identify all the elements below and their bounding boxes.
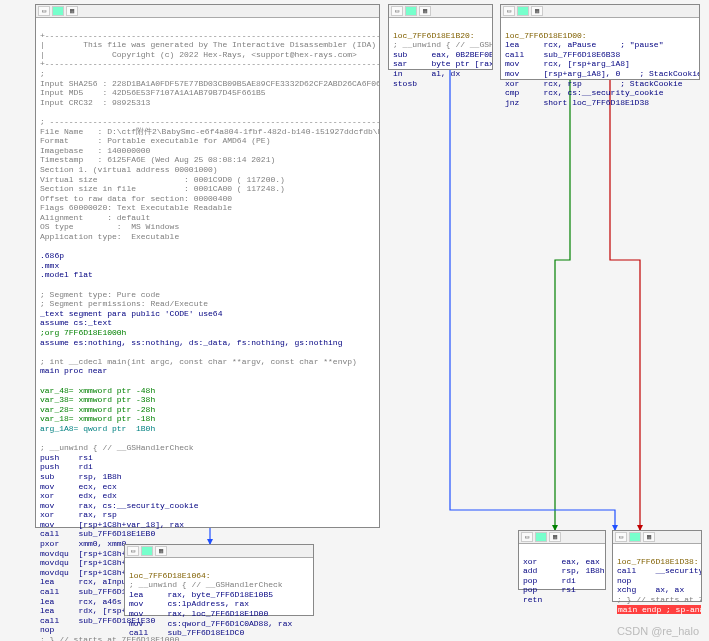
insn: lea rcx, aPause ; "pause" xyxy=(505,40,663,49)
insn: call sub_7FF6D18E1EB0 xyxy=(40,529,155,538)
insn: stosb xyxy=(393,79,417,88)
var-18: var_18= xmmword ptr -18h xyxy=(40,414,155,423)
node-d00-body: loc_7FF6D18E1D00: lea rcx, aPause ; "pau… xyxy=(501,18,699,120)
group-icon[interactable]: ▦ xyxy=(549,532,561,542)
node-b20[interactable]: ▭ ▦ loc_7FF6D18E1B20: ; __unwind { // __… xyxy=(388,4,493,70)
meta-flags: Flags 60000020: Text Executable Readable xyxy=(40,203,232,212)
collapse-icon[interactable]: ▭ xyxy=(127,546,139,556)
insn: nop xyxy=(617,576,631,585)
group-icon[interactable]: ▦ xyxy=(531,6,543,16)
node-titlebar: ▭ ▦ xyxy=(519,531,605,544)
label: loc_7FF6D18E1D38: xyxy=(617,557,699,566)
insn: call sub_7FF6D18E6B38 xyxy=(505,50,620,59)
insn: in al, dx xyxy=(393,69,460,78)
insn: sar byte ptr [rax+40989CC9h], 1 xyxy=(393,59,492,68)
node-b20-body: loc_7FF6D18E1B20: ; __unwind { // __GSHa… xyxy=(389,18,492,101)
node-d38-body: loc_7FF6D18E1D38: call __security_check_… xyxy=(613,544,701,627)
end-brace: ; } // starts at 7FF6D18E1000 xyxy=(617,595,701,604)
var-38: var_38= xmmword ptr -38h xyxy=(40,395,155,404)
collapse-icon[interactable]: ▭ xyxy=(391,6,403,16)
meta-filename: File Name : D:\ctf附件2\BabySmc-e6f4a804-1… xyxy=(40,127,379,136)
collapse-icon[interactable]: ▭ xyxy=(521,532,533,542)
node-d2b[interactable]: ▭ ▦ xor eax, eax add rsp, 1B8h pop rdi p… xyxy=(518,530,606,590)
insn: xor rax, rsp xyxy=(40,510,117,519)
node-d2b-body: xor eax, eax add rsp, 1B8h pop rdi pop r… xyxy=(519,544,605,617)
insn: push rsi xyxy=(40,453,93,462)
meta-rawoff: Offset to raw data for section: 00000400 xyxy=(40,194,232,203)
insn: mov [rsp+1C8h+var_18], rax xyxy=(40,520,184,529)
insn: pop rsi xyxy=(523,585,576,594)
unwind: ; __unwind { // __GSHandlerCheck xyxy=(393,40,492,49)
color-icon[interactable] xyxy=(405,6,417,16)
insn: retn xyxy=(523,595,542,604)
assume1: assume cs:_text xyxy=(40,318,112,327)
var-28: var_28= xmmword ptr -28h xyxy=(40,405,155,414)
node-titlebar: ▭ ▦ xyxy=(36,5,379,18)
collapse-icon[interactable]: ▭ xyxy=(38,6,50,16)
group-icon[interactable]: ▦ xyxy=(66,6,78,16)
insn: mov rax, loc_7FF6D18E1D00 xyxy=(129,609,268,618)
insn: push rdi xyxy=(40,462,93,471)
insn: call sub_7FF6D18E1DC0 xyxy=(129,628,244,637)
insn: xor edx, edx xyxy=(40,491,117,500)
node-titlebar: ▭ ▦ xyxy=(501,5,699,18)
group-icon[interactable]: ▦ xyxy=(643,532,655,542)
insn: mov cs:qword_7FF6D1C0AD88, rax xyxy=(129,619,292,628)
insn: jnz short loc_7FF6D18E1D38 xyxy=(505,98,649,107)
label: loc_7FF6D18E1D00: xyxy=(505,31,587,40)
arg-1a8: arg_1A8= qword ptr 1B0h xyxy=(40,424,155,433)
proc-name: main proc near xyxy=(40,366,107,375)
meta-timestamp: Timestamp : 6125FA6E (Wed Aug 25 08:08:1… xyxy=(40,155,275,164)
meta-ostype: OS type : MS Windows xyxy=(40,222,179,231)
insn: sub rsp, 1B8h xyxy=(40,472,122,481)
label: loc_7FF6D18E1064: xyxy=(129,571,211,580)
seg-perm: ; Segment permissions: Read/Execute xyxy=(40,299,208,308)
color-icon[interactable] xyxy=(535,532,547,542)
meta-vsize: Virtual size : 0001C9D0 ( 117200.) xyxy=(40,175,285,184)
label: loc_7FF6D18E1B20: xyxy=(393,31,475,40)
insn: mov ecx, ecx xyxy=(40,482,117,491)
node-titlebar: ▭ ▦ xyxy=(613,531,701,544)
insn: cmp rcx, cs:__security_cookie xyxy=(505,88,663,97)
unwind: ; __unwind { // __GSHandlerCheck xyxy=(40,443,194,452)
insn: call __security_check_cookie xyxy=(617,566,701,575)
color-icon[interactable] xyxy=(52,6,64,16)
node-titlebar: ▭ ▦ xyxy=(389,5,492,18)
collapse-icon[interactable]: ▭ xyxy=(615,532,627,542)
sp-analysis-failed: main endp ; sp-analysis failed xyxy=(617,605,701,614)
hdr-line: +---------------------------------------… xyxy=(40,31,379,40)
hdr-line: +---------------------------------------… xyxy=(40,59,379,68)
insn: xchg ax, ax xyxy=(617,585,684,594)
node-d00[interactable]: ▭ ▦ loc_7FF6D18E1D00: lea rcx, aPause ; … xyxy=(500,4,700,80)
insn: pop rdi xyxy=(523,576,576,585)
meta-imagebase: Imagebase : 140000000 xyxy=(40,146,150,155)
node-main[interactable]: ▭ ▦ +-----------------------------------… xyxy=(35,4,380,528)
meta-align: Alignment : default xyxy=(40,213,150,222)
insn: mov cs:lpAddress, rax xyxy=(129,599,249,608)
collapse-icon[interactable]: ▭ xyxy=(503,6,515,16)
node-d38[interactable]: ▭ ▦ loc_7FF6D18E1D38: call __security_ch… xyxy=(612,530,702,602)
proto: ; int __cdecl main(int argc, const char … xyxy=(40,357,357,366)
insn: lea rax, byte_7FF6D18E10B5 xyxy=(129,590,273,599)
insn: mov [rsp+arg_1A8], 0 ; StackCookie xyxy=(505,69,699,78)
seg-type: ; Segment type: Pure code xyxy=(40,290,160,299)
node-titlebar: ▭ ▦ xyxy=(125,545,313,558)
meta-apptype: Application type: Executable xyxy=(40,232,179,241)
insn: mov rax, cs:__security_cookie xyxy=(40,501,198,510)
node-1064-body: loc_7FF6D18E1064: ; __unwind { // __GSHa… xyxy=(125,558,313,641)
color-icon[interactable] xyxy=(141,546,153,556)
meta-format: Format : Portable executable for AMD64 (… xyxy=(40,136,270,145)
unwind: ; __unwind { // __GSHandlerCheck xyxy=(129,580,283,589)
meta-fsize: Section size in file : 0001CA00 ( 117248… xyxy=(40,184,285,193)
color-icon[interactable] xyxy=(629,532,641,542)
org: ;org 7FF6D18E1000h xyxy=(40,328,126,337)
meta-crc32: Input CRC32 : 98925313 xyxy=(40,98,150,107)
directive: .mmx xyxy=(40,261,59,270)
assume2: assume es:nothing, ss:nothing, ds:_data,… xyxy=(40,338,342,347)
group-icon[interactable]: ▦ xyxy=(155,546,167,556)
color-icon[interactable] xyxy=(517,6,529,16)
group-icon[interactable]: ▦ xyxy=(419,6,431,16)
node-1064[interactable]: ▭ ▦ loc_7FF6D18E1064: ; __unwind { // __… xyxy=(124,544,314,616)
seg-decl: _text segment para public 'CODE' use64 xyxy=(40,309,222,318)
hdr-line: | This file was generated by The Interac… xyxy=(40,40,379,49)
